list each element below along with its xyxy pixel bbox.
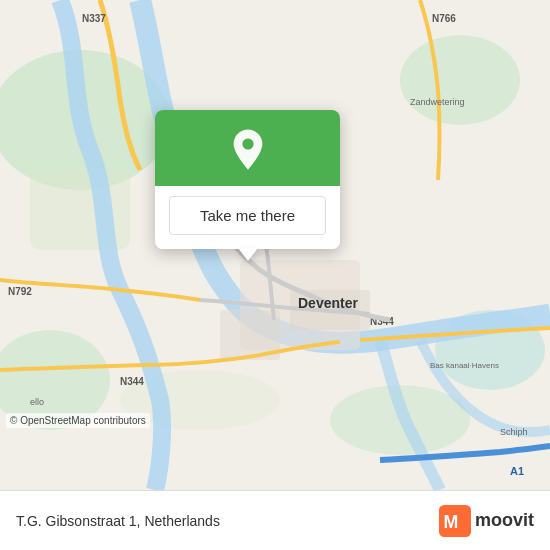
osm-attribution: © OpenStreetMap contributors — [6, 413, 150, 428]
svg-text:Zandwetering: Zandwetering — [410, 97, 465, 107]
svg-text:N337: N337 — [82, 13, 106, 24]
svg-text:ello: ello — [30, 397, 44, 407]
svg-text:Deventer: Deventer — [298, 295, 358, 311]
svg-point-2 — [400, 35, 520, 125]
svg-text:Bas kanaal·Havens: Bas kanaal·Havens — [430, 361, 499, 370]
svg-text:N792: N792 — [8, 286, 32, 297]
moovit-icon: M — [439, 505, 471, 537]
svg-text:A1: A1 — [510, 465, 524, 477]
moovit-text: moovit — [475, 510, 534, 531]
svg-text:N766: N766 — [432, 13, 456, 24]
popup-button-area: Take me there — [155, 186, 340, 249]
svg-point-22 — [242, 138, 253, 149]
svg-text:M: M — [443, 512, 458, 532]
location-pin-icon — [226, 128, 270, 172]
take-me-there-button[interactable]: Take me there — [169, 196, 326, 235]
svg-text:N344: N344 — [120, 376, 144, 387]
moovit-logo: M moovit — [439, 505, 534, 537]
popup-tail — [238, 248, 258, 261]
map-container: N337 N792 N344 N344 N766 A1 Deventer Zan… — [0, 0, 550, 490]
bottom-bar: T.G. Gibsonstraat 1, Netherlands M moovi… — [0, 490, 550, 550]
popup-green-area — [155, 110, 340, 186]
address-text: T.G. Gibsonstraat 1, Netherlands — [16, 513, 220, 529]
popup-card: Take me there — [155, 110, 340, 249]
svg-text:Schiph: Schiph — [500, 427, 528, 437]
